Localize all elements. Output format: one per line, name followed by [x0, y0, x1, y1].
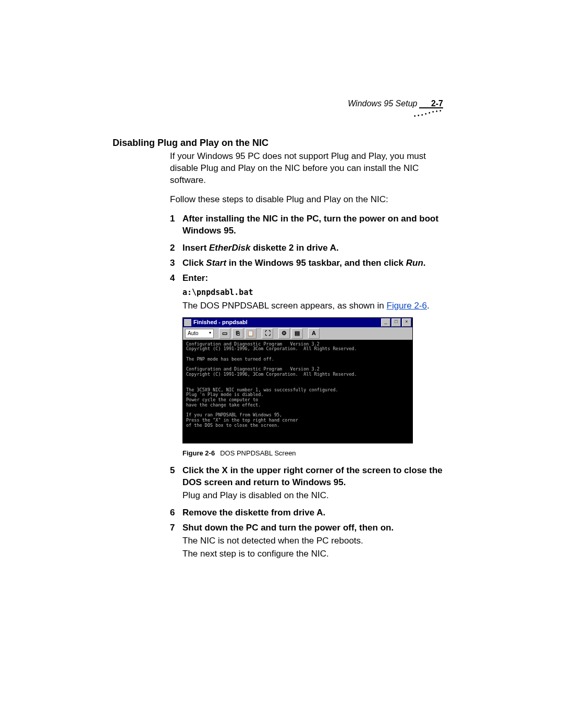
step-1: After installing the NIC in the PC, turn…	[170, 213, 443, 237]
body-column: If your Windows 95 PC does not support P…	[170, 151, 443, 560]
intro-paragraph-2: Follow these steps to disable Plug and P…	[170, 194, 443, 206]
dos-window-icon	[184, 319, 191, 326]
step-1-text: After installing the NIC in the PC, turn…	[182, 213, 443, 237]
step-2-text: Insert EtherDisk diskette 2 in drive A.	[182, 242, 443, 254]
step-2-pre: Insert	[182, 243, 209, 253]
close-icon: ×	[402, 318, 411, 327]
page-number: 2-7	[431, 99, 443, 108]
step-2-post: diskette 2 in drive A.	[250, 243, 338, 253]
step-7-body-2: The next step is to configure the NIC.	[182, 548, 443, 560]
toolbar-btn-6: ▤	[291, 328, 303, 339]
step-3-post: .	[423, 258, 426, 268]
step-5-text: Click the X in the upper right corner of…	[182, 465, 443, 489]
step-4-body-post: .	[427, 301, 430, 311]
section-heading: Disabling Plug and Play on the NIC	[113, 138, 443, 149]
step-7-text: Shut down the PC and turn the power off,…	[182, 522, 443, 534]
header-dots-icon: • • • • • • • •	[414, 113, 443, 119]
maximize-icon: □	[391, 318, 401, 327]
step-4-body: The DOS PNPDSABL screen appears, as show…	[182, 300, 443, 312]
intro-paragraph-1: If your Windows 95 PC does not support P…	[170, 151, 443, 187]
steps-list: After installing the NIC in the PC, turn…	[170, 213, 443, 560]
toolbar-btn-1: ▭	[219, 328, 230, 339]
document-page: Windows 95 Setup 2-7 • • • • • • • • Dis…	[0, 0, 563, 560]
dos-toolbar: Auto ▭ ⎘ 📋 ⛶ ⚙ ▤ A	[183, 327, 412, 340]
figure-2-6-link[interactable]: Figure 2-6	[387, 301, 427, 311]
toolbar-btn-3: 📋	[245, 328, 256, 339]
step-7: Shut down the PC and turn the power off,…	[170, 522, 443, 560]
toolbar-btn-2: ⎘	[232, 328, 243, 339]
step-2: Insert EtherDisk diskette 2 in drive A.	[170, 242, 443, 254]
figure-2-6: Finished - pnpdsabl _ □ × Auto ▭ ⎘ 📋	[182, 317, 443, 458]
header-rule: • • • • • • • •	[113, 112, 443, 122]
running-header: Windows 95 Setup 2-7	[113, 99, 443, 108]
step-7-body-1: The NIC is not detected when the PC rebo…	[182, 535, 443, 547]
step-4-text: Enter:	[182, 273, 443, 285]
step-4: Enter: a:\pnpdsabl.bat The DOS PNPDSABL …	[170, 273, 443, 458]
font-button: A	[308, 328, 320, 339]
step-4-body-pre: The DOS PNPDSABL screen appears, as show…	[182, 301, 387, 311]
toolbar-btn-4: ⛶	[262, 328, 273, 339]
step-6: Remove the diskette from drive A.	[170, 507, 443, 519]
run-ui-word: Run	[406, 258, 423, 268]
minimize-icon: _	[381, 318, 390, 327]
etherdisk-name: EtherDisk	[209, 243, 250, 253]
figure-caption-text: DOS PNPDSABL Screen	[220, 449, 296, 457]
figure-caption: Figure 2-6DOS PNPDSABL Screen	[182, 449, 443, 458]
step-3-mid: in the Windows 95 taskbar, and then clic…	[226, 258, 406, 268]
start-ui-word: Start	[206, 258, 226, 268]
step-3-pre: Click	[182, 258, 206, 268]
toolbar-btn-5: ⚙	[278, 328, 290, 339]
figure-label: Figure 2-6	[182, 449, 215, 457]
chapter-title: Windows 95 Setup	[348, 99, 417, 108]
dos-window-title: Finished - pnpdsabl	[193, 318, 248, 326]
dos-console-output: Configuration and Diagnostic Program Ver…	[183, 340, 412, 443]
dos-titlebar: Finished - pnpdsabl _ □ ×	[183, 318, 412, 327]
step-3-text: Click Start in the Windows 95 taskbar, a…	[182, 257, 443, 269]
step-6-text: Remove the diskette from drive A.	[182, 507, 443, 519]
step-5: Click the X in the upper right corner of…	[170, 465, 443, 502]
step-5-body: Plug and Play is disabled on the NIC.	[182, 490, 443, 502]
step-3: Click Start in the Windows 95 taskbar, a…	[170, 257, 443, 269]
dos-window: Finished - pnpdsabl _ □ × Auto ▭ ⎘ 📋	[182, 317, 413, 443]
command-text: a:\pnpdsabl.bat	[182, 287, 443, 298]
font-size-combo: Auto	[185, 329, 214, 338]
